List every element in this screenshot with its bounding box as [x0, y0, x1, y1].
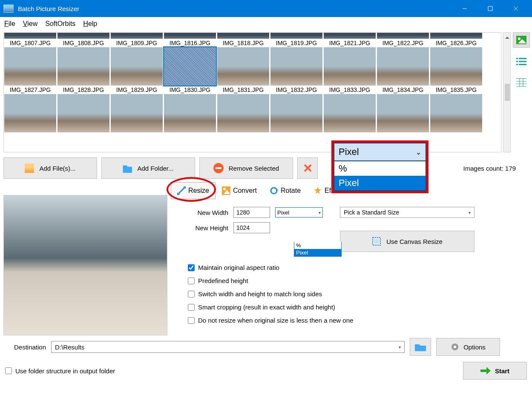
unit-overlay-list[interactable]: % Pixel	[334, 161, 426, 191]
add-files-button[interactable]: Add File(s)...	[3, 157, 97, 179]
thumbnail-item[interactable]: IMG_1826.JPG	[430, 33, 483, 46]
thumbnail-item[interactable]: IMG_1831.JPG	[217, 47, 270, 93]
side-toolbar	[511, 31, 532, 154]
thumbnail-label: IMG_1819.JPG	[276, 40, 317, 46]
remove-all-button[interactable]: ✕	[297, 157, 318, 179]
thumbnail-item[interactable]: IMG_1832.JPG	[270, 47, 323, 93]
thumbnail-grid[interactable]: IMG_1807.JPGIMG_1808.JPGIMG_1809.JPGIMG_…	[3, 32, 501, 152]
minimize-button[interactable]	[452, 0, 477, 17]
thumbnail-item[interactable]	[164, 94, 216, 133]
add-folder-button[interactable]: Add Folder...	[101, 157, 195, 179]
canvas-resize-button[interactable]: Use Canvas Resize	[340, 231, 474, 252]
thumbnail-item[interactable]	[217, 94, 270, 133]
tab-convert[interactable]: Convert	[216, 182, 263, 199]
destination-combo[interactable]: D:\Results ▾	[51, 341, 405, 353]
thumbnail-item[interactable]	[430, 94, 483, 133]
rotate-icon	[270, 186, 278, 195]
new-height-input[interactable]	[233, 222, 270, 233]
svg-rect-8	[519, 58, 526, 59]
unit-overlay-pixel[interactable]: Pixel	[334, 176, 426, 190]
thumbnail-item[interactable]: IMG_1816.JPG	[164, 33, 216, 46]
thumbnail-item[interactable]: IMG_1822.JPG	[377, 33, 429, 46]
remove-selected-button[interactable]: Remove Selected	[199, 157, 293, 179]
thumbnail-label: IMG_1829.JPG	[116, 86, 158, 93]
thumbnail-item[interactable]	[377, 94, 429, 133]
canvas-icon	[372, 237, 381, 246]
thumbnail-scrollbar[interactable]	[503, 32, 511, 152]
thumbnail-label: IMG_1816.JPG	[170, 40, 211, 46]
start-arrow-icon	[480, 367, 491, 375]
thumbnail-item[interactable]	[270, 94, 323, 133]
thumbnail-item[interactable]: IMG_1829.JPG	[110, 47, 163, 93]
maximize-button[interactable]	[477, 0, 503, 17]
view-thumbnails-button[interactable]	[513, 32, 530, 48]
view-details-button[interactable]	[513, 75, 530, 90]
folder-structure-checkbox[interactable]	[5, 367, 12, 374]
unit-option-percent[interactable]: %	[294, 242, 341, 249]
options-label: Options	[463, 343, 486, 351]
start-button[interactable]: Start	[463, 362, 527, 380]
thumbnail-item[interactable]: IMG_1827.JPG	[4, 47, 57, 93]
thumbnail-item[interactable]	[4, 94, 57, 133]
predefined-height-checkbox[interactable]	[188, 278, 195, 284]
thumbnail-item[interactable]	[110, 94, 163, 133]
thumbnail-image	[4, 33, 56, 39]
svg-rect-13	[516, 78, 526, 87]
thumbnail-label: IMG_1809.JPG	[116, 40, 158, 46]
smart-crop-checkbox[interactable]	[188, 304, 195, 311]
thumbnail-label: IMG_1832.JPG	[276, 86, 317, 93]
thumbnail-item[interactable]: IMG_1834.JPG	[377, 47, 429, 93]
thumbnail-label: IMG_1830.JPG	[170, 86, 211, 93]
no-resize-smaller-checkbox[interactable]	[188, 317, 195, 324]
svg-rect-7	[516, 58, 518, 59]
thumbnail-image	[217, 33, 269, 39]
unit-dropdown-list[interactable]: % Pixel	[294, 242, 342, 257]
unit-option-pixel[interactable]: Pixel	[294, 249, 341, 256]
menu-view[interactable]: View	[23, 20, 37, 28]
thumbnail-image	[58, 33, 109, 39]
thumbnail-item[interactable]: IMG_1818.JPG	[217, 33, 270, 46]
unit-overlay-percent[interactable]: %	[334, 161, 426, 176]
thumbnail-item[interactable]: IMG_1828.JPG	[57, 47, 110, 93]
svg-rect-10	[519, 61, 526, 62]
thumbnail-label: IMG_1822.JPG	[382, 40, 424, 46]
svg-marker-34	[486, 367, 491, 375]
view-list-button[interactable]	[513, 54, 530, 69]
menu-file[interactable]: File	[4, 20, 15, 28]
thumbnail-image	[324, 33, 376, 39]
thumbnail-image	[324, 47, 376, 86]
unit-overlay-combo[interactable]: Pixel ⌄	[334, 143, 426, 161]
thumbnail-item[interactable]: IMG_1835.JPG	[430, 47, 483, 93]
svg-point-32	[454, 346, 456, 348]
thumbnail-item[interactable]: IMG_1807.JPG	[4, 33, 57, 46]
maintain-ratio-checkbox[interactable]	[188, 264, 195, 271]
new-width-label: New Width	[188, 209, 228, 216]
menu-help[interactable]: Help	[83, 20, 97, 28]
standard-size-combo[interactable]: Pick a Standard Size ▾	[340, 207, 474, 218]
thumbnail-item[interactable]	[57, 94, 110, 133]
thumbnail-label: IMG_1827.JPG	[10, 86, 51, 93]
svg-line-20	[178, 188, 184, 194]
thumbnail-label: IMG_1821.JPG	[329, 40, 371, 46]
thumbnail-image	[4, 94, 56, 132]
no-resize-smaller-label: Do not resize when original size is less…	[198, 317, 353, 324]
tab-rotate[interactable]: Rotate	[263, 182, 307, 199]
thumbnail-item[interactable]: IMG_1821.JPG	[323, 33, 376, 46]
close-button[interactable]	[503, 0, 529, 17]
browse-folder-button[interactable]	[410, 338, 431, 356]
thumbnail-item[interactable]: IMG_1833.JPG	[323, 47, 376, 93]
thumbnail-item[interactable]	[323, 94, 376, 133]
tab-convert-label: Convert	[233, 187, 257, 195]
menu-softorbits[interactable]: SoftOrbits	[45, 20, 75, 28]
thumbnail-item[interactable]: IMG_1808.JPG	[57, 33, 110, 46]
width-unit-combo[interactable]: Pixel ▾	[275, 207, 323, 218]
new-width-input[interactable]	[233, 207, 270, 218]
options-button[interactable]: Options	[436, 338, 500, 356]
thumbnail-item[interactable]: IMG_1830.JPG	[164, 47, 216, 93]
thumbnail-item[interactable]: IMG_1809.JPG	[110, 33, 163, 46]
tab-resize[interactable]: Resize	[171, 182, 216, 199]
thumbnail-item[interactable]: IMG_1819.JPG	[270, 33, 323, 46]
switch-wh-checkbox[interactable]	[188, 291, 195, 298]
switch-wh-label: Switch width and height to match long si…	[198, 290, 322, 298]
unit-overlay-value: Pixel	[339, 146, 359, 157]
